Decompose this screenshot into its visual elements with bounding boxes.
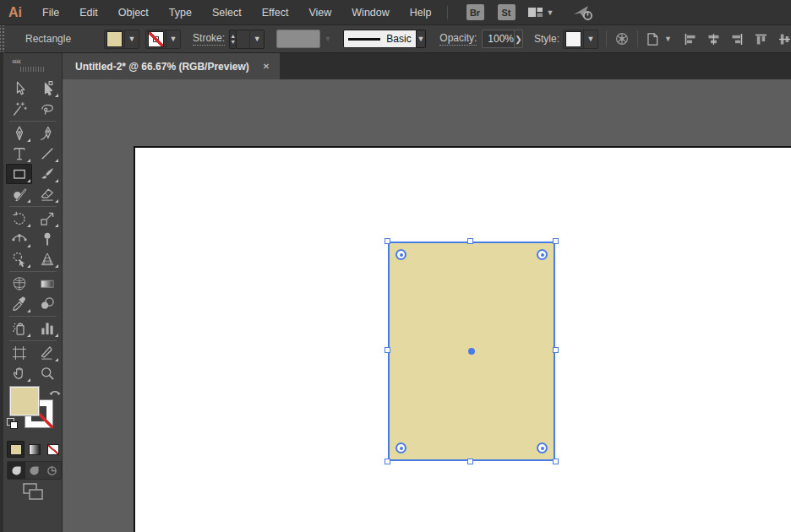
selection-tool[interactable]: [6, 79, 32, 99]
magic-wand-tool[interactable]: [6, 99, 32, 119]
collapse-panel-icon[interactable]: ««: [12, 56, 20, 66]
valign-top-icon[interactable]: [755, 33, 767, 46]
draw-normal-button[interactable]: [8, 462, 25, 479]
flyout-indicator: [27, 378, 30, 382]
workspace-switcher-icon[interactable]: ▼: [527, 6, 554, 19]
paintbrush-tool[interactable]: [34, 164, 60, 184]
pen-tool[interactable]: [6, 123, 32, 144]
align-right-icon[interactable]: [731, 33, 744, 46]
direct-selection-tool[interactable]: [34, 79, 60, 99]
rectangle-tool[interactable]: [6, 164, 32, 184]
opacity-label[interactable]: Opacity:: [439, 32, 477, 46]
align-left-icon[interactable]: [684, 33, 696, 46]
align-center-icon[interactable]: [707, 33, 720, 46]
gradient-button[interactable]: [25, 441, 43, 458]
gradient-tool[interactable]: [34, 274, 60, 294]
flyout-indicator: [27, 309, 30, 312]
swap-fill-stroke-icon[interactable]: [48, 386, 62, 402]
selection-handle[interactable]: [553, 347, 559, 353]
selection-handle[interactable]: [385, 347, 390, 353]
menu-window[interactable]: Window: [341, 0, 399, 25]
chevron-down-icon[interactable]: ▼: [417, 30, 427, 48]
stock-button[interactable]: St: [498, 4, 516, 20]
center-point[interactable]: [468, 348, 475, 355]
chevron-down-icon[interactable]: ▼: [166, 30, 180, 49]
opacity-field[interactable]: 100%: [482, 30, 515, 48]
scale-tool[interactable]: [34, 209, 60, 229]
draw-behind-button[interactable]: [25, 462, 43, 479]
corner-radius-widget[interactable]: [396, 249, 406, 260]
selected-rectangle[interactable]: [388, 242, 555, 461]
perspective-grid-tool[interactable]: [34, 249, 60, 269]
width-tool[interactable]: [6, 229, 32, 249]
fill-color-control[interactable]: ▼: [104, 30, 139, 49]
fill-indicator[interactable]: [9, 386, 40, 416]
zoom-tool[interactable]: [34, 363, 60, 383]
selection-handle[interactable]: [553, 459, 559, 464]
style-swatch[interactable]: [565, 31, 581, 47]
shape-builder-tool[interactable]: [6, 249, 32, 269]
hand-tool[interactable]: [6, 363, 32, 383]
valign-center-icon[interactable]: [778, 33, 791, 46]
menu-type[interactable]: Type: [159, 0, 202, 25]
chevron-down-icon[interactable]: ▼: [124, 30, 139, 49]
draw-inside-button[interactable]: [43, 462, 61, 479]
menu-view[interactable]: View: [298, 0, 341, 25]
gpu-performance-icon[interactable]: [572, 4, 594, 21]
rotate-tool[interactable]: [6, 209, 32, 229]
column-graph-tool[interactable]: [34, 318, 60, 339]
screen-mode-icon[interactable]: [22, 482, 44, 504]
control-bar-grip[interactable]: [0, 25, 4, 53]
style-control[interactable]: ▼: [563, 30, 598, 49]
color-button[interactable]: [7, 441, 25, 458]
eraser-tool[interactable]: [34, 184, 60, 204]
none-button[interactable]: [44, 441, 62, 458]
eyedropper-tool[interactable]: [6, 294, 32, 314]
type-tool[interactable]: [6, 144, 32, 164]
corner-radius-widget[interactable]: [537, 442, 548, 453]
menu-select[interactable]: Select: [202, 0, 252, 25]
stroke-weight-dropdown[interactable]: ▼: [237, 30, 265, 49]
corner-radius-widget[interactable]: [396, 442, 406, 453]
menu-effect[interactable]: Effect: [252, 0, 299, 25]
tools-panel-grip[interactable]: [20, 67, 46, 72]
close-icon[interactable]: ✕: [263, 62, 270, 71]
recolor-artwork-icon[interactable]: [614, 31, 630, 46]
selection-handle[interactable]: [385, 238, 390, 244]
symbol-sprayer-tool[interactable]: [6, 318, 32, 339]
corner-radius-widget[interactable]: [537, 249, 548, 260]
artboard-tool[interactable]: [6, 343, 32, 363]
stroke-weight-label[interactable]: Stroke:: [193, 32, 225, 46]
color-type-buttons: [7, 441, 62, 458]
puppet-warp-tool[interactable]: [34, 229, 60, 249]
default-fill-stroke-icon[interactable]: [7, 418, 19, 430]
document-tab[interactable]: Untitled-2* @ 66.67% (RGB/Preview) ✕: [63, 53, 280, 79]
line-segment-tool[interactable]: [34, 144, 60, 164]
opacity-expand-arrow[interactable]: ❯: [515, 30, 523, 48]
curvature-tool[interactable]: [34, 123, 60, 144]
canvas-area[interactable]: [63, 79, 791, 532]
fill-swatch[interactable]: [106, 31, 123, 47]
menu-help[interactable]: Help: [400, 0, 442, 25]
menu-edit[interactable]: Edit: [69, 0, 108, 25]
mesh-tool[interactable]: [6, 274, 32, 294]
stroke-color-control[interactable]: ▼: [145, 30, 181, 49]
selection-handle[interactable]: [467, 238, 473, 244]
selection-handle[interactable]: [553, 238, 559, 244]
control-bar-separator: [606, 30, 607, 47]
stroke-weight-stepper[interactable]: ▲▼: [229, 30, 237, 49]
slice-tool[interactable]: [34, 343, 60, 363]
brush-definition-dropdown[interactable]: Basic: [343, 30, 416, 48]
shaper-tool[interactable]: [6, 184, 32, 204]
document-setup-icon[interactable]: ▼: [645, 31, 672, 47]
stroke-swatch[interactable]: [148, 31, 164, 47]
menu-object[interactable]: Object: [108, 0, 159, 25]
menu-file[interactable]: File: [32, 0, 69, 25]
selection-handle[interactable]: [467, 459, 473, 464]
lasso-tool[interactable]: [34, 99, 60, 119]
selection-handle[interactable]: [385, 459, 390, 464]
chevron-down-icon[interactable]: ▼: [583, 30, 597, 49]
chevron-down-icon[interactable]: ▼: [249, 30, 264, 49]
bridge-button[interactable]: Br: [466, 4, 484, 20]
blend-tool[interactable]: [34, 294, 60, 314]
